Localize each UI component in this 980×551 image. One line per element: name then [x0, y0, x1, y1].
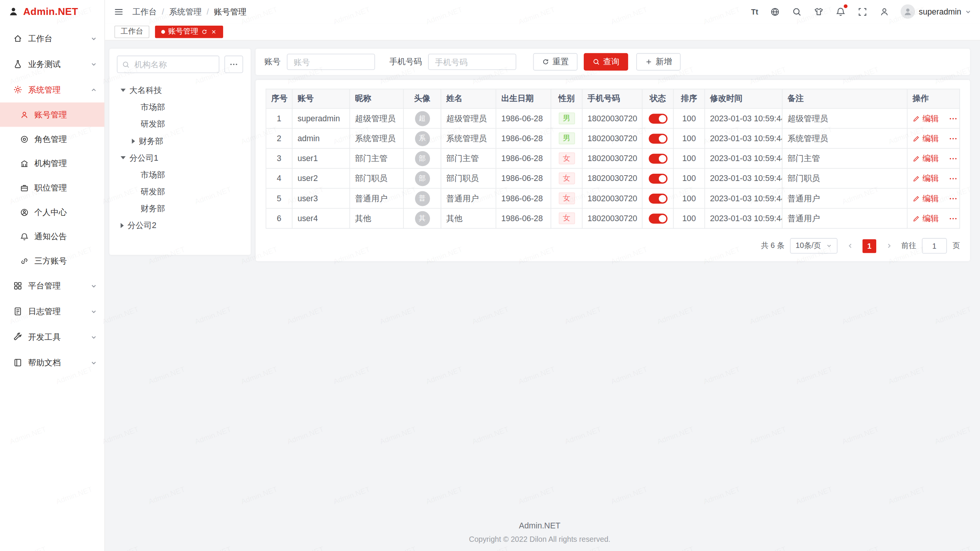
sidebar-item-notice[interactable]: 通知公告: [0, 224, 105, 249]
cell-remark: 部门职员: [782, 168, 907, 188]
sidebar-item-account-manage[interactable]: 账号管理: [0, 103, 105, 127]
table-row: 5 user3 普通用户 普 普通用户 1986-06-28 女 1802003…: [266, 188, 960, 208]
footer-app-name: Admin.NET: [109, 521, 970, 530]
cell-order: 100: [673, 148, 705, 168]
breadcrumb: 工作台 / 系统管理 / 账号管理: [132, 6, 247, 17]
gender-tag: 女: [559, 192, 575, 204]
menu-label: 通知公告: [34, 231, 67, 242]
next-page-button[interactable]: [882, 239, 896, 253]
cell-gender: 男: [551, 129, 582, 148]
row-more-button[interactable]: [949, 194, 957, 203]
tabbar: 工作台 账号管理: [105, 23, 980, 41]
hamburger-menu-icon[interactable]: [114, 7, 124, 16]
close-icon[interactable]: [211, 28, 217, 34]
fullscreen-icon[interactable]: [857, 6, 867, 17]
tree-node[interactable]: 分公司2: [117, 217, 243, 234]
row-more-button[interactable]: [949, 214, 957, 223]
prev-page-button[interactable]: [843, 239, 857, 253]
tab-account-manage[interactable]: 账号管理: [155, 25, 223, 38]
content-row: 大名科技 市场部 研发部 财务部 分公司1 市场部 研发部 财务部 分公司2: [109, 49, 970, 261]
theme-icon[interactable]: [813, 6, 824, 17]
add-button[interactable]: 新增: [636, 53, 681, 71]
tree-node[interactable]: 研发部: [117, 183, 243, 200]
sidebar-item-personal-center[interactable]: 个人中心: [0, 200, 105, 224]
sidebar-item-org-manage[interactable]: 机构管理: [0, 151, 105, 176]
org-search-input[interactable]: [117, 55, 219, 73]
tree-caret-icon[interactable]: [121, 156, 126, 159]
person-circle-icon: [20, 208, 29, 217]
cell-phone: 18020030720: [582, 148, 642, 168]
cell-birth: 1986-06-28: [496, 148, 551, 168]
search-button[interactable]: 查询: [584, 53, 628, 71]
sidebar-item-log-manage[interactable]: 日志管理: [0, 298, 105, 324]
sidebar-item-third-party-account[interactable]: 三方账号: [0, 249, 105, 273]
account-input[interactable]: [287, 54, 375, 70]
tree-node[interactable]: 分公司1: [117, 149, 243, 166]
sidebar-item-workbench[interactable]: 工作台: [0, 26, 105, 51]
font-size-icon[interactable]: Tt: [751, 6, 758, 17]
user-icon[interactable]: [879, 6, 890, 17]
page-number-1[interactable]: 1: [862, 239, 876, 253]
goto-label: 前往: [901, 241, 916, 251]
tree-caret-icon[interactable]: [132, 107, 137, 108]
row-more-button[interactable]: [949, 174, 957, 183]
edit-button[interactable]: 编辑: [913, 213, 939, 224]
row-more-button[interactable]: [949, 154, 957, 163]
cell-status: [642, 188, 674, 208]
ellipsis-icon: [949, 214, 957, 223]
status-toggle[interactable]: [648, 153, 667, 163]
sidebar-item-dev-tools[interactable]: 开发工具: [0, 324, 105, 350]
phone-input[interactable]: [428, 54, 516, 70]
refresh-icon[interactable]: [201, 28, 207, 34]
tree-node[interactable]: 大名科技: [117, 82, 243, 99]
breadcrumb-item[interactable]: 系统管理: [169, 6, 202, 17]
search-icon[interactable]: [791, 6, 802, 17]
tree-caret-icon[interactable]: [132, 174, 137, 175]
sidebar-item-business-test[interactable]: 业务测试: [0, 51, 105, 77]
user-menu[interactable]: superadmin: [901, 4, 971, 19]
cell-actions: 编辑: [907, 129, 960, 148]
tree-node[interactable]: 市场部: [117, 166, 243, 183]
edit-button[interactable]: 编辑: [913, 173, 939, 184]
sidebar-item-role-manage[interactable]: 角色管理: [0, 127, 105, 151]
flask-icon: [13, 59, 22, 68]
language-icon[interactable]: [769, 6, 780, 17]
breadcrumb-item[interactable]: 工作台: [132, 6, 157, 17]
tree-caret-icon[interactable]: [132, 208, 137, 209]
status-toggle[interactable]: [648, 174, 667, 184]
status-toggle[interactable]: [648, 114, 667, 124]
tab-workbench[interactable]: 工作台: [114, 25, 149, 38]
tree-more-button[interactable]: [224, 55, 243, 73]
page-size-select[interactable]: 10条/页: [790, 238, 838, 254]
row-more-button[interactable]: [949, 134, 957, 143]
tree-caret-icon[interactable]: [132, 191, 137, 192]
sidebar-item-help-docs[interactable]: 帮助文档: [0, 350, 105, 375]
edit-button[interactable]: 编辑: [913, 153, 939, 164]
tree-caret-icon[interactable]: [132, 139, 135, 143]
notification-bell-icon[interactable]: [835, 6, 846, 17]
tree-node[interactable]: 财务部: [117, 132, 243, 149]
status-toggle[interactable]: [648, 194, 667, 204]
tree-node[interactable]: 市场部: [117, 99, 243, 116]
edit-button[interactable]: 编辑: [913, 133, 939, 144]
tree-node[interactable]: 研发部: [117, 116, 243, 132]
edit-button[interactable]: 编辑: [913, 113, 939, 124]
tree-caret-icon[interactable]: [132, 124, 137, 124]
tree-caret-icon[interactable]: [121, 89, 126, 92]
sidebar-item-position-manage[interactable]: 职位管理: [0, 176, 105, 200]
edit-button[interactable]: 编辑: [913, 193, 939, 204]
cell-gender: 女: [551, 148, 582, 168]
goto-page-input[interactable]: [922, 238, 947, 254]
tree-node[interactable]: 财务部: [117, 200, 243, 217]
status-toggle[interactable]: [648, 134, 667, 143]
wrench-icon: [13, 333, 22, 342]
status-toggle[interactable]: [648, 214, 667, 223]
tree-caret-icon[interactable]: [121, 223, 124, 228]
logo-icon: [8, 6, 19, 17]
tree-node-label: 市场部: [140, 169, 165, 180]
reset-button[interactable]: 重置: [533, 53, 578, 71]
sidebar-item-platform-manage[interactable]: 平台管理: [0, 273, 105, 298]
sidebar-item-system-manage[interactable]: 系统管理: [0, 77, 105, 103]
cell-nickname: 部门职员: [350, 168, 403, 188]
row-more-button[interactable]: [949, 114, 957, 123]
